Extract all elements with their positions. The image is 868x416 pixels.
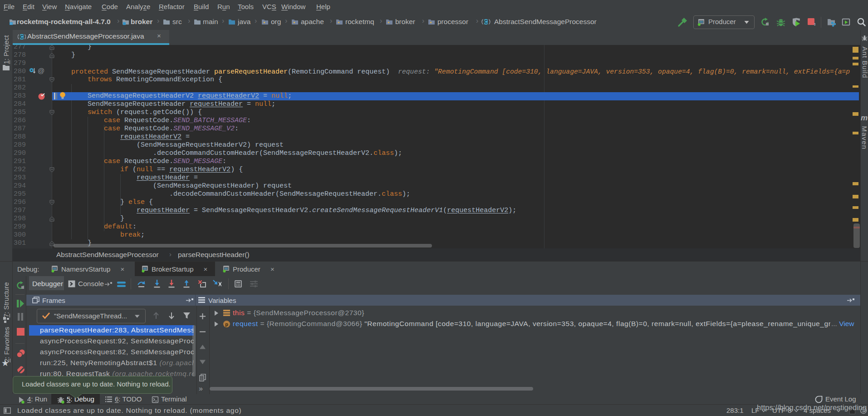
svg-text:C: C — [20, 34, 24, 40]
svg-text:C: C — [484, 19, 488, 25]
svg-text:3: 3 — [814, 23, 815, 26]
svg-text:p: p — [225, 322, 228, 327]
